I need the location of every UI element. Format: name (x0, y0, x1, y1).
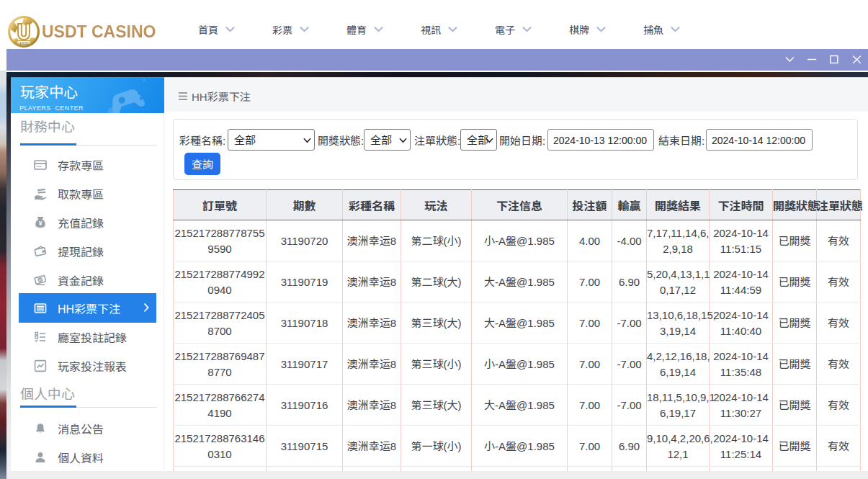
svg-text:¥: ¥ (39, 218, 42, 227)
svg-text:CASINO: CASINO (17, 40, 31, 45)
